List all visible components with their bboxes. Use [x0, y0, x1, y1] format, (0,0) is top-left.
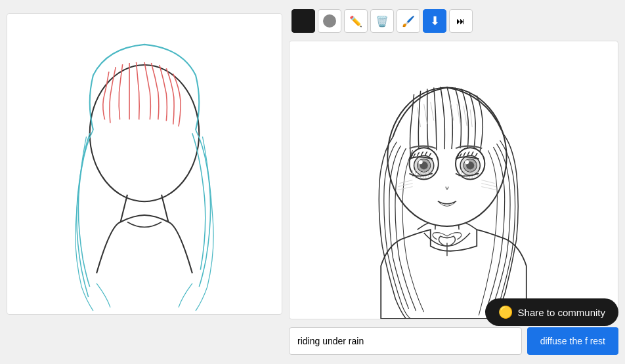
svg-line-1 [121, 195, 127, 222]
eraser-tool[interactable]: 🗑️ [370, 9, 394, 33]
result-panel [289, 41, 618, 319]
download-tool[interactable]: ⬇ [423, 9, 446, 33]
result-svg [290, 41, 618, 319]
share-label: Share to community [518, 307, 605, 318]
sketch-panel [7, 13, 282, 315]
pencil-icon: ✏️ [349, 15, 362, 28]
generate-button[interactable]: diffuse the f rest [527, 327, 618, 355]
gray-circle-icon [323, 14, 336, 28]
brush-tool[interactable]: 🖌️ [397, 9, 420, 33]
prompt-input[interactable] [289, 327, 522, 355]
black-color-tool[interactable] [291, 9, 315, 33]
share-to-community-button[interactable]: 🟡 Share to community [485, 298, 618, 326]
brush-icon: 🖌️ [402, 15, 415, 28]
skip-icon: ⏭ [456, 16, 465, 26]
bottom-bar: diffuse the f rest [289, 325, 618, 357]
eraser-icon: 🗑️ [376, 15, 389, 28]
svg-line-2 [162, 195, 168, 222]
sketch-svg [7, 14, 282, 314]
share-emoji-icon: 🟡 [498, 305, 513, 319]
svg-point-23 [465, 160, 469, 164]
gray-color-tool[interactable] [318, 9, 341, 33]
skip-tool[interactable]: ⏭ [449, 9, 473, 33]
pencil-tool[interactable]: ✏️ [344, 9, 368, 33]
svg-point-10 [419, 160, 423, 164]
download-icon: ⬇ [430, 14, 440, 28]
toolbar: ✏️ 🗑️ 🖌️ ⬇ ⏭ [289, 7, 618, 35]
